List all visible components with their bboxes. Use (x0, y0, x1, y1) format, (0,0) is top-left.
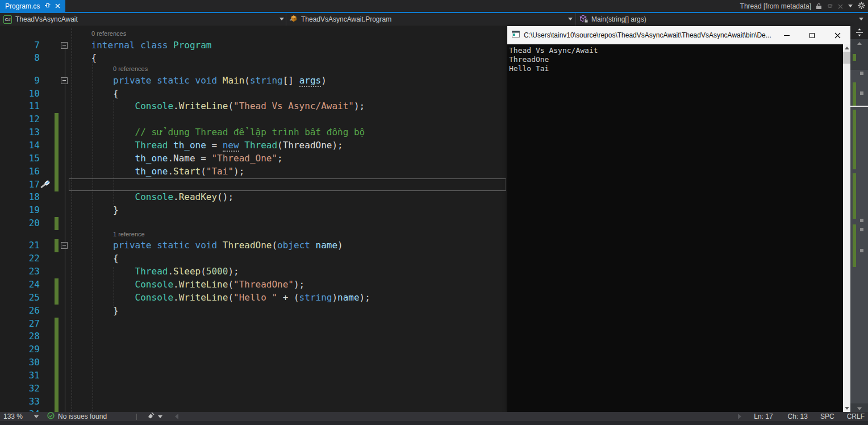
code-text[interactable]: Console.ReadKey(); (69, 191, 233, 204)
code-text[interactable]: th_one.Name = "Thread_One"; (69, 152, 283, 165)
tab-list-chevron-icon[interactable] (848, 5, 853, 7)
change-tracking-bar (55, 217, 59, 230)
split-editor-grip[interactable] (850, 26, 868, 39)
code-text[interactable]: internal class Program (69, 39, 211, 52)
scrollbar-mark (860, 91, 863, 95)
gear-icon[interactable] (858, 1, 865, 11)
line-number: 9 (0, 74, 40, 88)
console-scrollbar[interactable] (843, 44, 850, 412)
code-text[interactable]: Thread.Sleep(5000); (69, 265, 239, 278)
editor-status-bar: 133 % No issues found Ln: 17 Ch: 13 SPC … (0, 412, 868, 421)
scrollbar-mark (860, 228, 863, 231)
divider (136, 412, 137, 421)
spaces-indicator[interactable]: SPC (820, 413, 834, 420)
code-text[interactable]: } (69, 305, 119, 318)
type-name: TheadVsAsyncAwait.Program (301, 15, 391, 23)
fold-collapse-marker[interactable] (61, 242, 68, 249)
codelens-references[interactable]: 0 references (0, 30, 506, 39)
code-text[interactable]: { (69, 88, 119, 101)
vs-editor-window: Program.cs Thread [from metadata] (0, 0, 868, 425)
change-tracking-bar (55, 356, 59, 369)
pin-icon-disabled (827, 1, 833, 11)
code-text[interactable]: th_one.Start("Tai"); (69, 165, 244, 178)
chevron-down-icon[interactable] (34, 415, 39, 418)
chevron-down-icon[interactable] (568, 18, 573, 20)
console-window: C:\Users\tainv10\source\repos\TheadVsAsy… (507, 26, 850, 412)
fold-collapse-marker[interactable] (61, 42, 68, 49)
line-number: 29 (0, 343, 40, 356)
change-tracking-bar (55, 239, 59, 252)
line-number: 26 (0, 305, 40, 318)
line-indicator: Ln: 17 (754, 413, 773, 420)
member-dropdown[interactable]: Main(string[] args) (576, 13, 868, 26)
line-number: 30 (0, 356, 40, 369)
code-text[interactable]: Console.WriteLine("Thead Vs Async/Await"… (69, 100, 365, 113)
code-text[interactable]: { (69, 252, 119, 265)
code-cleanup-control[interactable] (147, 412, 162, 421)
console-scrollbar-thumb[interactable] (843, 52, 850, 64)
change-tracking-bar (55, 113, 59, 126)
line-number: 8 (0, 52, 40, 65)
line-number: 31 (0, 369, 40, 382)
divider (36, 413, 36, 420)
code-text[interactable]: { (69, 52, 97, 65)
maximize-button[interactable] (799, 26, 825, 44)
line-number: 25 (0, 291, 40, 305)
scroll-up-icon[interactable] (843, 47, 850, 49)
change-tracking-bar (55, 369, 59, 382)
line-number: 33 (0, 395, 40, 409)
code-text[interactable]: Console.WriteLine("ThreadOne"); (69, 278, 304, 291)
line-number: 24 (0, 278, 40, 291)
fold-collapse-marker[interactable] (61, 77, 68, 84)
zoom-control[interactable]: 133 % (3, 412, 39, 421)
check-circle-icon (47, 412, 55, 421)
pin-icon[interactable] (44, 2, 51, 10)
line-number: 16 (0, 165, 40, 178)
line-number: 28 (0, 330, 40, 343)
type-dropdown[interactable]: TheadVsAsyncAwait.Program (286, 13, 576, 26)
change-tracking-bar (55, 330, 59, 343)
scroll-down-icon[interactable] (850, 405, 868, 412)
code-text[interactable]: // sử dụng Thread để lập trình bất đồng … (69, 126, 365, 139)
line-number: 13 (0, 126, 40, 139)
chevron-down-icon[interactable] (859, 18, 863, 20)
codelens-references[interactable]: 0 references (0, 65, 506, 74)
codelens-references[interactable]: 1 reference (0, 230, 506, 239)
tab-strip: Program.cs Thread [from metadata] (0, 0, 868, 12)
console-title-bar[interactable]: C:\Users\tainv10\source\repos\TheadVsAsy… (507, 26, 850, 44)
line-number: 32 (0, 382, 40, 395)
tab-program-cs[interactable]: Program.cs (0, 0, 65, 12)
code-text[interactable]: private static void ThreadOne(object nam… (69, 239, 343, 252)
line-number: 15 (0, 152, 40, 165)
close-icon[interactable] (55, 2, 60, 10)
code-text[interactable]: Console.WriteLine("Hello " + (string)nam… (69, 291, 370, 305)
chevron-down-icon[interactable] (279, 18, 284, 20)
health-indicator[interactable]: No issues found (47, 412, 107, 421)
nav-back-disabled-icon (175, 412, 178, 421)
line-ending-indicator[interactable]: CRLF (847, 413, 865, 420)
scroll-up-icon[interactable] (850, 40, 868, 47)
class-icon (290, 15, 298, 24)
column-indicator: Ch: 13 (788, 413, 808, 420)
change-tracking-bar (55, 318, 59, 331)
code-text[interactable]: private static void Main(string[] args) (69, 74, 327, 88)
scroll-down-icon[interactable] (843, 407, 850, 410)
minimize-button[interactable] (774, 26, 799, 44)
change-tracking-bar (55, 395, 59, 409)
line-number: 20 (0, 217, 40, 230)
project-dropdown[interactable]: C# TheadVsAsyncAwait (0, 13, 286, 26)
console-output[interactable]: Thead Vs Async/AwaitThreadOneHello Tai (507, 44, 843, 412)
scrollbar-change-mark (853, 82, 856, 107)
current-line-highlight (69, 178, 506, 191)
preview-doc-label[interactable]: Thread [from metadata] (740, 2, 811, 10)
scrollbar-mark (860, 249, 863, 252)
close-button[interactable] (825, 26, 850, 44)
code-text[interactable]: } (69, 204, 119, 217)
code-text[interactable]: Thread th_one = new Thread(ThreadOne); (69, 139, 343, 152)
change-tracking-bar (55, 291, 59, 305)
line-number: 10 (0, 88, 40, 101)
editor-scrollbar[interactable] (850, 26, 868, 412)
scrollbar-caret-mark (850, 106, 868, 107)
chevron-down-icon[interactable] (158, 415, 162, 418)
quick-actions-screwdriver-icon[interactable] (40, 179, 52, 191)
